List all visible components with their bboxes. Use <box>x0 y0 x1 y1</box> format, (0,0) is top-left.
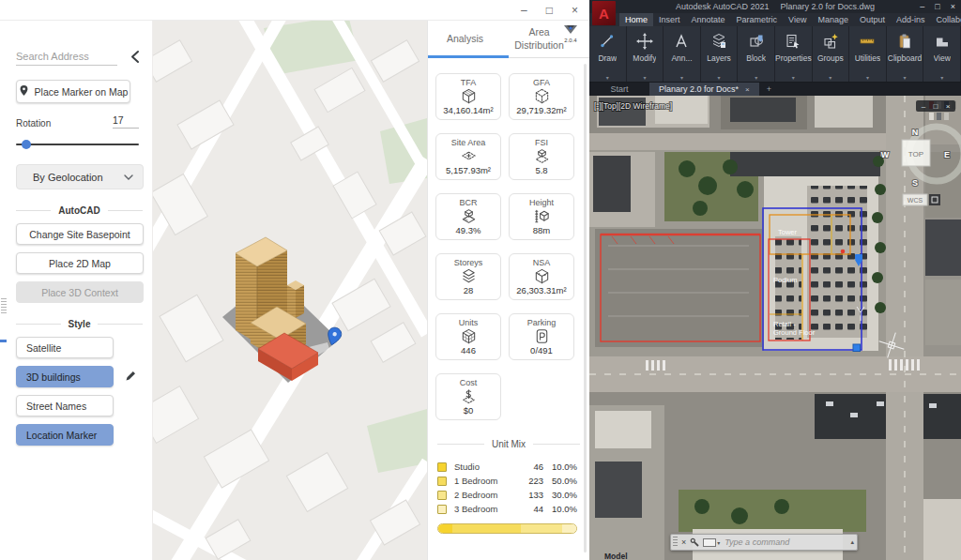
unit-mix-bar-studio <box>438 524 452 533</box>
acad-app-title: Autodesk AutoCAD 2021 <box>676 2 770 11</box>
style-satellite-button[interactable]: Satellite <box>16 337 114 358</box>
change-site-basepoint-button[interactable]: Change Site Basepoint <box>16 223 144 245</box>
unit-percent: 10.0% <box>551 462 577 472</box>
collapse-sidebar-icon[interactable] <box>129 50 142 68</box>
panel-caret-icon[interactable]: ▾ <box>904 74 907 81</box>
ribbon-panel-clipboard[interactable]: Clipboard ▾ <box>887 26 924 82</box>
viewcube-north[interactable]: N <box>912 128 919 137</box>
viewcube-south[interactable]: S <box>912 178 918 188</box>
tab-analysis[interactable]: Analysis <box>428 21 502 57</box>
search-input[interactable] <box>16 49 117 66</box>
ribbon-panel-view[interactable]: View ▾ <box>923 26 961 82</box>
file-tab-start[interactable]: Start <box>589 83 649 96</box>
panel-caret-icon[interactable]: ▾ <box>940 74 943 81</box>
panel-caret-icon[interactable]: ▾ <box>680 74 683 81</box>
panel-caret-icon[interactable]: ▾ <box>718 74 721 81</box>
new-file-tab-button[interactable]: + <box>759 83 779 96</box>
panel-caret-icon[interactable]: ▾ <box>792 74 795 81</box>
drawing-viewport[interactable]: Tower Podium Retail - Ground Floor <box>589 96 961 560</box>
command-bar-grip[interactable] <box>673 537 678 548</box>
unit-mix-bar <box>437 523 577 534</box>
grip-handle[interactable] <box>853 344 861 352</box>
card-label: TFA <box>461 78 477 87</box>
slider-thumb[interactable] <box>22 140 31 149</box>
panel-caret-icon[interactable]: ▾ <box>643 74 646 81</box>
ribbon-panel-label: Groups <box>817 53 844 63</box>
rotation-slider[interactable] <box>16 140 143 149</box>
card-label: FSI <box>535 138 548 147</box>
ribbon-panel-layers[interactable]: Layers ▾ <box>701 26 739 82</box>
viewcube-menu-icon[interactable] <box>929 194 940 205</box>
ribbon-tab-manage[interactable]: Manage <box>812 13 854 26</box>
file-tab-label: Planary 2.0 for Docs* <box>659 84 739 94</box>
viewport-maximize-icon[interactable]: □ <box>934 102 938 111</box>
command-customize-icon[interactable] <box>703 538 716 547</box>
file-tab-close-icon[interactable]: × <box>745 85 750 94</box>
panel-caret-icon[interactable]: ▾ <box>866 74 869 81</box>
two-bedroom-swatch <box>437 491 447 500</box>
panel-caret-icon[interactable]: ▾ <box>755 74 757 81</box>
maximize-button[interactable]: □ <box>546 5 553 16</box>
command-bar[interactable]: × ▾ ▴ <box>670 534 858 551</box>
map-canvas[interactable] <box>153 21 427 560</box>
place-2d-map-button[interactable]: Place 2D Map <box>16 252 144 274</box>
command-close-icon[interactable]: × <box>681 537 686 547</box>
command-input[interactable] <box>723 537 848 548</box>
groups-icon <box>822 29 839 53</box>
ribbon-tab-annotate[interactable]: Annotate <box>686 13 731 26</box>
acad-minimize-button[interactable]: – <box>920 2 924 11</box>
panel-caret-icon[interactable]: ▾ <box>829 74 831 81</box>
place-marker-button[interactable]: Place Marker on Map <box>16 80 130 103</box>
ribbon-tab-parametric[interactable]: Parametric <box>731 13 784 26</box>
wcs-label[interactable]: WCS <box>908 197 923 204</box>
ribbon-panel-groups[interactable]: Groups ▾ <box>813 26 850 82</box>
active-tab-underline <box>428 55 509 58</box>
wrench-icon[interactable] <box>690 537 699 547</box>
ribbon-panel-block[interactable]: Block ▾ <box>738 26 775 82</box>
panel-caret-icon[interactable]: ▾ <box>606 74 609 81</box>
viewport-minimize-icon[interactable]: – <box>922 102 926 111</box>
three-bedroom-swatch <box>437 505 447 514</box>
bcr-icon <box>460 207 478 225</box>
analysis-scrollbar[interactable] <box>584 64 587 552</box>
map-3d-view[interactable] <box>153 21 427 560</box>
unit-percent: 10.0% <box>551 504 577 514</box>
ribbon-panel-properties[interactable]: Properties ▾ <box>775 26 813 82</box>
ribbon-tab-insert[interactable]: Insert <box>653 13 686 26</box>
command-expand-icon[interactable]: ▴ <box>850 538 854 546</box>
viewport-label[interactable]: [-][Top][2D Wireframe] <box>594 101 672 111</box>
viewcube-west[interactable]: W <box>881 150 890 159</box>
file-tab-document[interactable]: Planary 2.0 for Docs* × <box>649 83 759 96</box>
viewport-close-icon[interactable]: × <box>946 102 951 111</box>
viewcube-east[interactable]: E <box>944 150 950 159</box>
unit-mix-bar-1bedroom <box>452 524 522 533</box>
acad-maximize-button[interactable]: □ <box>935 2 939 11</box>
ribbon-tab-collaborate[interactable]: Collaborate <box>931 13 961 26</box>
block-icon <box>748 29 765 53</box>
ribbon-tab-home[interactable]: Home <box>619 13 653 26</box>
style-3d-buildings-button[interactable]: 3D buildings <box>16 366 114 387</box>
geolocation-dropdown[interactable]: By Geolocation <box>16 164 144 189</box>
unit-mix-row: Studio 46 10.0% <box>428 460 589 474</box>
ribbon-tab-view[interactable]: View <box>783 13 812 26</box>
slider-track[interactable] <box>16 144 139 145</box>
style-street-names-button[interactable]: Street Names <box>16 395 114 416</box>
ribbon-panel-modify[interactable]: Modify ▾ <box>627 26 664 82</box>
rotation-input[interactable] <box>113 114 139 129</box>
minimize-button[interactable]: – <box>521 5 527 16</box>
tower-step-3d <box>287 280 304 318</box>
acad-close-button[interactable]: × <box>951 2 955 11</box>
model-tab-label[interactable]: Model <box>604 552 628 560</box>
edit-style-icon[interactable] <box>125 369 137 386</box>
modify-icon <box>636 29 653 53</box>
style-location-marker-button[interactable]: Location Marker <box>16 424 114 446</box>
ribbon-panel-utilities[interactable]: Utilities ▾ <box>849 26 887 82</box>
ribbon-panel-annotation[interactable]: Ann... ▾ <box>664 26 701 82</box>
card-value: 0/491 <box>530 345 553 356</box>
close-button[interactable]: × <box>572 5 578 16</box>
command-dropdown-icon[interactable]: ▾ <box>717 539 720 546</box>
ribbon-panel-draw[interactable]: Draw ▾ <box>589 26 627 82</box>
ribbon-tab-output[interactable]: Output <box>854 13 891 26</box>
ribbon-tab-addins[interactable]: Add-ins <box>891 13 931 26</box>
viewcube-top[interactable]: TOP <box>908 150 923 159</box>
